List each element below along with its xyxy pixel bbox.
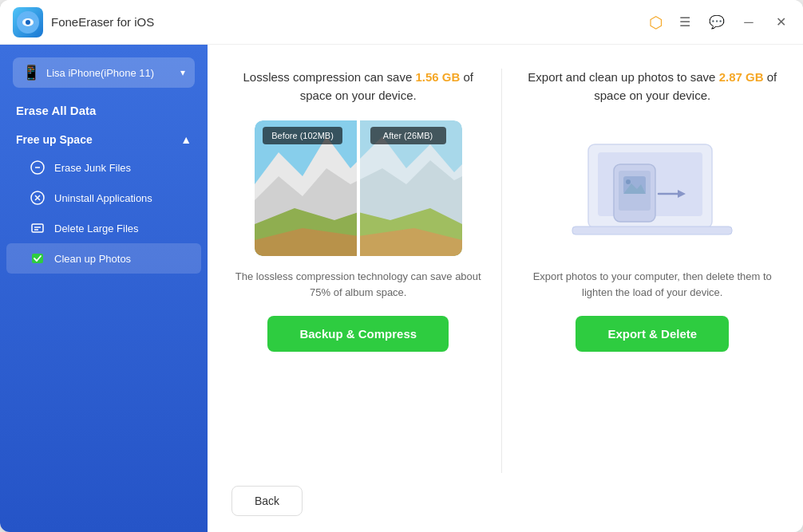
clean-photos-icon bbox=[29, 250, 46, 267]
menu-icon[interactable]: ☰ bbox=[675, 13, 694, 32]
export-delete-button[interactable]: Export & Delete bbox=[576, 316, 729, 352]
group-chevron-icon: ▲ bbox=[180, 133, 192, 146]
svg-rect-6 bbox=[32, 224, 43, 232]
svg-rect-9 bbox=[32, 254, 43, 263]
export-panel: Export and clean up photos to save 2.87 … bbox=[502, 69, 780, 473]
device-selector[interactable]: 📱 Lisa iPhone(iPhone 11) ▾ bbox=[13, 57, 195, 88]
titlebar: FoneEraser for iOS ⬡ ☰ 💬 ─ ✕ bbox=[0, 0, 803, 45]
free-up-space-label: Free up Space bbox=[16, 133, 93, 146]
svg-point-30 bbox=[626, 179, 631, 184]
delete-large-icon bbox=[29, 219, 46, 237]
diamond-icon[interactable]: ⬡ bbox=[649, 13, 663, 32]
content-area: Lossless compression can save 1.56 GB of… bbox=[208, 45, 803, 532]
sidebar-item-uninstall[interactable]: Uninstall Applications bbox=[6, 183, 201, 213]
erase-all-data-label: Erase All Data bbox=[0, 104, 208, 127]
export-illustration bbox=[564, 120, 740, 256]
app-title: FoneEraser for iOS bbox=[51, 15, 154, 29]
close-button[interactable]: ✕ bbox=[771, 13, 790, 32]
sidebar-item-delete-large[interactable]: Delete Large Files bbox=[6, 213, 201, 243]
app-window: FoneEraser for iOS ⬡ ☰ 💬 ─ ✕ 📱 Lisa iPho… bbox=[0, 0, 803, 532]
sidebar-item-uninstall-label: Uninstall Applications bbox=[54, 192, 152, 204]
compress-heading: Lossless compression can save 1.56 GB of… bbox=[231, 69, 485, 104]
sidebar: 📱 Lisa iPhone(iPhone 11) ▾ Erase All Dat… bbox=[0, 45, 208, 532]
free-up-space-group: Free up Space ▲ Erase Junk Files bbox=[0, 127, 208, 274]
svg-rect-34 bbox=[572, 227, 732, 234]
phone-icon: 📱 bbox=[22, 64, 40, 81]
app-icon bbox=[13, 7, 43, 37]
export-description: Export photos to your computer, then del… bbox=[526, 269, 780, 300]
device-name: Lisa iPhone(iPhone 11) bbox=[46, 67, 174, 79]
free-up-space-header[interactable]: Free up Space ▲ bbox=[0, 127, 208, 152]
content-inner: Lossless compression can save 1.56 GB of… bbox=[208, 45, 803, 473]
back-button[interactable]: Back bbox=[231, 486, 303, 516]
export-size-highlight: 2.87 GB bbox=[719, 70, 764, 84]
compress-panel: Lossless compression can save 1.56 GB of… bbox=[231, 69, 502, 473]
content-footer: Back bbox=[208, 473, 803, 532]
compress-size-highlight: 1.56 GB bbox=[415, 70, 460, 84]
export-heading-text1: Export and clean up photos to save bbox=[528, 70, 718, 84]
sidebar-item-clean-photos[interactable]: Clean up Photos bbox=[6, 243, 201, 274]
svg-text:Before (102MB): Before (102MB) bbox=[271, 131, 334, 140]
uninstall-icon bbox=[29, 189, 46, 207]
main-layout: 📱 Lisa iPhone(iPhone 11) ▾ Erase All Dat… bbox=[0, 45, 803, 532]
sidebar-item-erase-junk-label: Erase Junk Files bbox=[54, 162, 131, 174]
sidebar-item-erase-junk[interactable]: Erase Junk Files bbox=[6, 152, 201, 183]
sidebar-item-delete-large-label: Delete Large Files bbox=[54, 223, 139, 234]
chevron-down-icon: ▾ bbox=[180, 67, 185, 78]
compress-description: The lossless compression technology can … bbox=[231, 269, 485, 300]
backup-compress-button[interactable]: Backup & Compress bbox=[267, 316, 449, 352]
titlebar-controls: ⬡ ☰ 💬 ─ ✕ bbox=[649, 13, 790, 32]
erase-junk-icon bbox=[29, 159, 46, 176]
minimize-button[interactable]: ─ bbox=[739, 13, 758, 32]
compress-heading-text1: Lossless compression can save bbox=[243, 70, 416, 84]
photo-compare: Before (102MB) After (26MB) bbox=[255, 120, 462, 256]
titlebar-left: FoneEraser for iOS bbox=[13, 7, 154, 37]
export-heading: Export and clean up photos to save 2.87 … bbox=[526, 69, 780, 104]
sidebar-item-clean-photos-label: Clean up Photos bbox=[54, 253, 131, 265]
chat-icon[interactable]: 💬 bbox=[707, 13, 726, 32]
svg-rect-20 bbox=[357, 120, 360, 256]
svg-point-2 bbox=[26, 20, 30, 25]
svg-text:After (26MB): After (26MB) bbox=[383, 131, 433, 140]
